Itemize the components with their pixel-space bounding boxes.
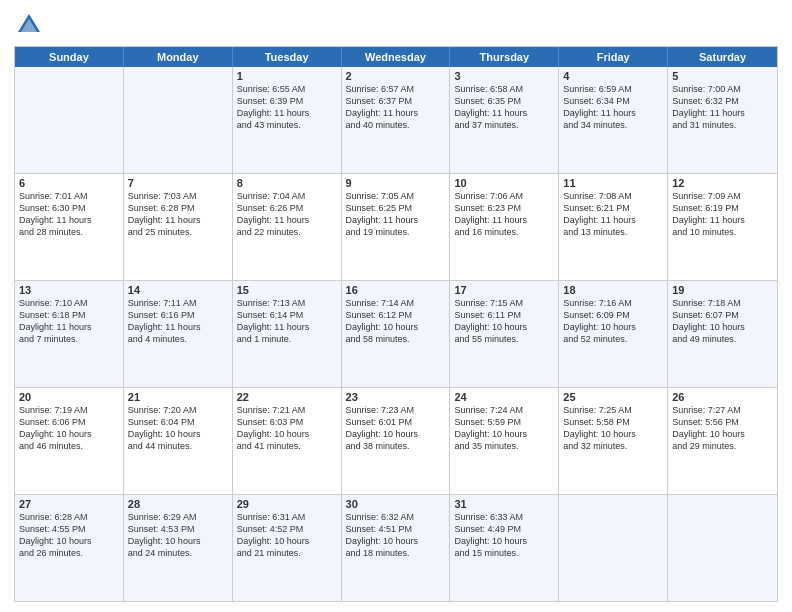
day-number: 20 [19,391,119,403]
day-number: 6 [19,177,119,189]
day-number: 2 [346,70,446,82]
day-number: 3 [454,70,554,82]
day-number: 25 [563,391,663,403]
logo-icon [14,10,44,40]
day-number: 22 [237,391,337,403]
day-info: Sunrise: 7:25 AM Sunset: 5:58 PM Dayligh… [563,404,663,453]
calendar-cell-24: 24Sunrise: 7:24 AM Sunset: 5:59 PM Dayli… [450,388,559,494]
header-day-friday: Friday [559,47,668,67]
calendar-cell-5: 5Sunrise: 7:00 AM Sunset: 6:32 PM Daylig… [668,67,777,173]
day-number: 17 [454,284,554,296]
day-number: 7 [128,177,228,189]
day-number: 1 [237,70,337,82]
day-number: 23 [346,391,446,403]
day-info: Sunrise: 7:15 AM Sunset: 6:11 PM Dayligh… [454,297,554,346]
day-info: Sunrise: 7:09 AM Sunset: 6:19 PM Dayligh… [672,190,773,239]
calendar-cell-30: 30Sunrise: 6:32 AM Sunset: 4:51 PM Dayli… [342,495,451,601]
calendar-cell-11: 11Sunrise: 7:08 AM Sunset: 6:21 PM Dayli… [559,174,668,280]
day-info: Sunrise: 7:00 AM Sunset: 6:32 PM Dayligh… [672,83,773,132]
calendar-cell-15: 15Sunrise: 7:13 AM Sunset: 6:14 PM Dayli… [233,281,342,387]
day-info: Sunrise: 7:04 AM Sunset: 6:26 PM Dayligh… [237,190,337,239]
calendar-cell-8: 8Sunrise: 7:04 AM Sunset: 6:26 PM Daylig… [233,174,342,280]
day-info: Sunrise: 7:06 AM Sunset: 6:23 PM Dayligh… [454,190,554,239]
day-number: 31 [454,498,554,510]
day-info: Sunrise: 7:10 AM Sunset: 6:18 PM Dayligh… [19,297,119,346]
day-info: Sunrise: 7:11 AM Sunset: 6:16 PM Dayligh… [128,297,228,346]
day-info: Sunrise: 6:57 AM Sunset: 6:37 PM Dayligh… [346,83,446,132]
day-info: Sunrise: 6:59 AM Sunset: 6:34 PM Dayligh… [563,83,663,132]
day-info: Sunrise: 7:03 AM Sunset: 6:28 PM Dayligh… [128,190,228,239]
day-info: Sunrise: 7:20 AM Sunset: 6:04 PM Dayligh… [128,404,228,453]
calendar-cell-1: 1Sunrise: 6:55 AM Sunset: 6:39 PM Daylig… [233,67,342,173]
calendar-cell-14: 14Sunrise: 7:11 AM Sunset: 6:16 PM Dayli… [124,281,233,387]
header-day-saturday: Saturday [668,47,777,67]
day-number: 8 [237,177,337,189]
calendar-header: SundayMondayTuesdayWednesdayThursdayFrid… [15,47,777,67]
calendar-cell-4: 4Sunrise: 6:59 AM Sunset: 6:34 PM Daylig… [559,67,668,173]
calendar-cell-23: 23Sunrise: 7:23 AM Sunset: 6:01 PM Dayli… [342,388,451,494]
day-number: 10 [454,177,554,189]
day-info: Sunrise: 6:31 AM Sunset: 4:52 PM Dayligh… [237,511,337,560]
day-number: 19 [672,284,773,296]
day-info: Sunrise: 7:13 AM Sunset: 6:14 PM Dayligh… [237,297,337,346]
day-info: Sunrise: 7:21 AM Sunset: 6:03 PM Dayligh… [237,404,337,453]
day-number: 29 [237,498,337,510]
day-number: 12 [672,177,773,189]
day-info: Sunrise: 7:24 AM Sunset: 5:59 PM Dayligh… [454,404,554,453]
calendar-cell-22: 22Sunrise: 7:21 AM Sunset: 6:03 PM Dayli… [233,388,342,494]
calendar-cell-17: 17Sunrise: 7:15 AM Sunset: 6:11 PM Dayli… [450,281,559,387]
day-number: 13 [19,284,119,296]
calendar-cell-10: 10Sunrise: 7:06 AM Sunset: 6:23 PM Dayli… [450,174,559,280]
day-number: 9 [346,177,446,189]
day-info: Sunrise: 7:27 AM Sunset: 5:56 PM Dayligh… [672,404,773,453]
calendar-cell-26: 26Sunrise: 7:27 AM Sunset: 5:56 PM Dayli… [668,388,777,494]
calendar-cell-25: 25Sunrise: 7:25 AM Sunset: 5:58 PM Dayli… [559,388,668,494]
day-number: 21 [128,391,228,403]
day-info: Sunrise: 7:01 AM Sunset: 6:30 PM Dayligh… [19,190,119,239]
day-info: Sunrise: 7:23 AM Sunset: 6:01 PM Dayligh… [346,404,446,453]
day-number: 30 [346,498,446,510]
day-info: Sunrise: 7:14 AM Sunset: 6:12 PM Dayligh… [346,297,446,346]
calendar: SundayMondayTuesdayWednesdayThursdayFrid… [14,46,778,602]
day-number: 26 [672,391,773,403]
calendar-cell-19: 19Sunrise: 7:18 AM Sunset: 6:07 PM Dayli… [668,281,777,387]
calendar-row-2: 13Sunrise: 7:10 AM Sunset: 6:18 PM Dayli… [15,280,777,387]
calendar-cell-9: 9Sunrise: 7:05 AM Sunset: 6:25 PM Daylig… [342,174,451,280]
calendar-cell-13: 13Sunrise: 7:10 AM Sunset: 6:18 PM Dayli… [15,281,124,387]
calendar-cell-empty-4-6 [668,495,777,601]
day-number: 18 [563,284,663,296]
calendar-cell-29: 29Sunrise: 6:31 AM Sunset: 4:52 PM Dayli… [233,495,342,601]
day-number: 16 [346,284,446,296]
calendar-cell-empty-0-0 [15,67,124,173]
calendar-cell-20: 20Sunrise: 7:19 AM Sunset: 6:06 PM Dayli… [15,388,124,494]
calendar-row-3: 20Sunrise: 7:19 AM Sunset: 6:06 PM Dayli… [15,387,777,494]
day-number: 24 [454,391,554,403]
calendar-body: 1Sunrise: 6:55 AM Sunset: 6:39 PM Daylig… [15,67,777,601]
day-number: 27 [19,498,119,510]
day-info: Sunrise: 6:29 AM Sunset: 4:53 PM Dayligh… [128,511,228,560]
header-day-sunday: Sunday [15,47,124,67]
calendar-cell-21: 21Sunrise: 7:20 AM Sunset: 6:04 PM Dayli… [124,388,233,494]
day-info: Sunrise: 7:18 AM Sunset: 6:07 PM Dayligh… [672,297,773,346]
calendar-row-1: 6Sunrise: 7:01 AM Sunset: 6:30 PM Daylig… [15,173,777,280]
day-number: 28 [128,498,228,510]
logo [14,10,46,40]
header-day-wednesday: Wednesday [342,47,451,67]
day-number: 15 [237,284,337,296]
day-info: Sunrise: 6:28 AM Sunset: 4:55 PM Dayligh… [19,511,119,560]
day-info: Sunrise: 6:33 AM Sunset: 4:49 PM Dayligh… [454,511,554,560]
header-day-thursday: Thursday [450,47,559,67]
calendar-cell-7: 7Sunrise: 7:03 AM Sunset: 6:28 PM Daylig… [124,174,233,280]
day-info: Sunrise: 6:58 AM Sunset: 6:35 PM Dayligh… [454,83,554,132]
calendar-cell-27: 27Sunrise: 6:28 AM Sunset: 4:55 PM Dayli… [15,495,124,601]
day-number: 5 [672,70,773,82]
day-info: Sunrise: 6:32 AM Sunset: 4:51 PM Dayligh… [346,511,446,560]
calendar-cell-18: 18Sunrise: 7:16 AM Sunset: 6:09 PM Dayli… [559,281,668,387]
day-info: Sunrise: 6:55 AM Sunset: 6:39 PM Dayligh… [237,83,337,132]
calendar-cell-3: 3Sunrise: 6:58 AM Sunset: 6:35 PM Daylig… [450,67,559,173]
calendar-cell-12: 12Sunrise: 7:09 AM Sunset: 6:19 PM Dayli… [668,174,777,280]
page: SundayMondayTuesdayWednesdayThursdayFrid… [0,0,792,612]
day-info: Sunrise: 7:16 AM Sunset: 6:09 PM Dayligh… [563,297,663,346]
calendar-cell-28: 28Sunrise: 6:29 AM Sunset: 4:53 PM Dayli… [124,495,233,601]
calendar-cell-empty-0-1 [124,67,233,173]
